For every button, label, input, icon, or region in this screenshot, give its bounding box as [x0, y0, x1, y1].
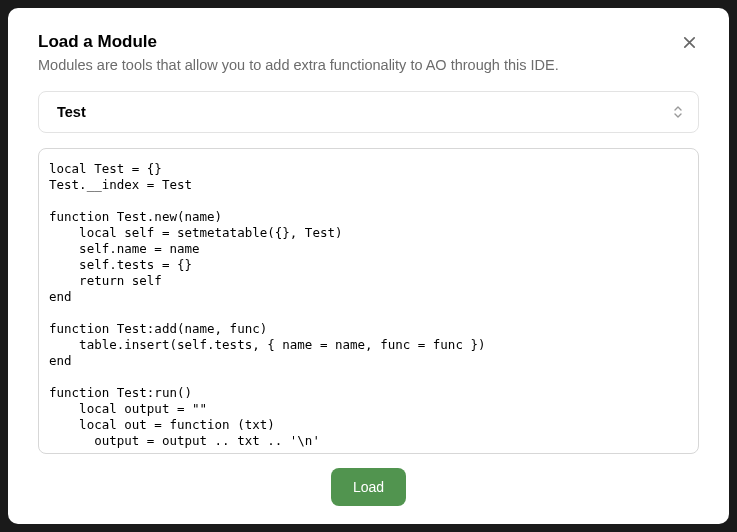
- modal-subtitle: Modules are tools that allow you to add …: [38, 57, 699, 73]
- close-icon: [682, 35, 697, 53]
- module-select-wrapper: Test: [38, 91, 699, 133]
- load-button[interactable]: Load: [331, 468, 406, 506]
- close-button[interactable]: [679, 34, 699, 54]
- load-module-modal: Load a Module Modules are tools that all…: [8, 8, 729, 524]
- module-select-value: Test: [57, 104, 86, 120]
- module-select[interactable]: Test: [38, 91, 699, 133]
- modal-title: Load a Module: [38, 32, 699, 52]
- code-preview: local Test = {} Test.__index = Test func…: [38, 148, 699, 454]
